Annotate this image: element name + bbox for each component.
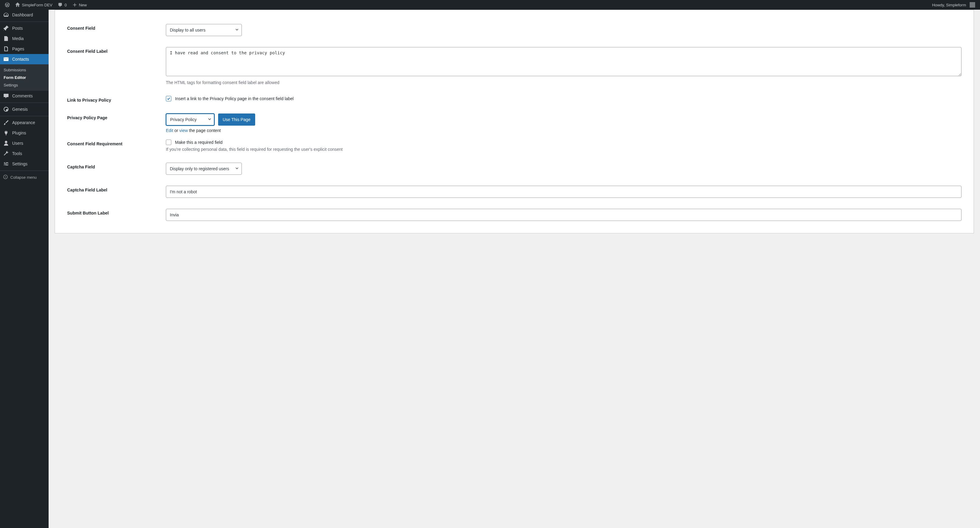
menu-label: Plugins (12, 130, 26, 135)
comment-icon (3, 93, 9, 99)
active-pointer-icon (49, 57, 51, 62)
menu-label: Users (12, 141, 23, 146)
menu-settings[interactable]: Settings (0, 159, 49, 169)
consent-field-label-textarea[interactable]: I have read and consent to the privacy p… (166, 47, 961, 76)
plug-icon (3, 130, 9, 136)
or-text: or (173, 128, 179, 133)
collapse-icon (3, 174, 8, 180)
menu-users[interactable]: Users (0, 138, 49, 148)
use-this-page-button[interactable]: Use This Page (218, 114, 255, 125)
menu-label: Appearance (12, 120, 35, 125)
menu-dashboard[interactable]: Dashboard (0, 10, 49, 20)
menu-label: Tools (12, 151, 22, 156)
consent-field-select[interactable]: Display to all users (166, 24, 242, 36)
site-title-link[interactable]: SimpleForm DEV (13, 0, 55, 10)
menu-label: Media (12, 36, 24, 41)
captcha-label-label: Captcha Field Label (67, 186, 166, 192)
menu-posts[interactable]: Posts (0, 23, 49, 33)
menu-tools[interactable]: Tools (0, 148, 49, 159)
consent-field-label-help: The HTML tags for formatting consent fie… (166, 80, 961, 85)
edit-page-link[interactable]: Edit (166, 128, 173, 133)
menu-genesis[interactable]: Genesis (0, 104, 49, 114)
submit-label-input[interactable] (166, 209, 961, 221)
plus-icon (72, 2, 77, 7)
new-content[interactable]: New (70, 0, 89, 10)
page-icon (3, 46, 9, 52)
collapse-label: Collapse menu (10, 175, 37, 180)
submit-label-label: Submit Button Label (67, 209, 166, 216)
howdy-text: Howdy, Simpleform (932, 3, 966, 7)
captcha-field-select[interactable]: Display only to registered users (166, 163, 242, 175)
avatar-icon (970, 2, 975, 8)
admin-sidebar: Dashboard Posts Media Pages Contacts Sub… (0, 10, 49, 528)
captcha-label-input[interactable] (166, 186, 961, 198)
menu-label: Comments (12, 94, 33, 98)
menu-label: Pages (12, 46, 24, 51)
submenu-submissions[interactable]: Submissions (0, 66, 49, 74)
menu-label: Genesis (12, 107, 28, 112)
content-wrap: Consent Field Display to all users Conse… (49, 10, 980, 528)
comments-bubble[interactable]: 0 (55, 0, 69, 10)
envelope-icon (3, 56, 9, 62)
brush-icon (3, 120, 9, 125)
site-title: SimpleForm DEV (22, 3, 52, 7)
menu-media[interactable]: Media (0, 33, 49, 44)
link-privacy-label: Link to Privacy Policy (67, 96, 166, 103)
comment-icon (58, 2, 62, 7)
consent-field-label-label: Consent Field Label (67, 47, 166, 54)
menu-comments[interactable]: Comments (0, 91, 49, 101)
comments-count: 0 (64, 3, 67, 7)
privacy-page-select[interactable]: Privacy Policy (166, 114, 215, 125)
consent-req-check-label: Make this a required field (175, 140, 223, 145)
wordpress-icon (5, 2, 10, 7)
menu-label: Dashboard (12, 13, 33, 17)
link-privacy-check-label: Insert a link to the Privacy Policy page… (175, 96, 294, 101)
menu-label: Posts (12, 26, 23, 31)
menu-plugins[interactable]: Plugins (0, 128, 49, 138)
wp-logo[interactable] (2, 0, 12, 10)
menu-label: Contacts (12, 57, 29, 62)
submenu-contacts: Submissions Form Editor Settings (0, 64, 49, 91)
media-icon (3, 35, 9, 41)
new-label: New (79, 3, 87, 7)
collapse-menu[interactable]: Collapse menu (0, 172, 49, 183)
view-page-link[interactable]: view (179, 128, 188, 133)
genesis-icon (3, 106, 9, 112)
consent-req-label: Consent Field Requirement (67, 140, 166, 146)
privacy-page-label: Privacy Policy Page (67, 114, 166, 120)
pin-icon (3, 25, 9, 31)
menu-appearance[interactable]: Appearance (0, 117, 49, 128)
form-editor-panel: Consent Field Display to all users Conse… (55, 10, 974, 233)
home-icon (15, 2, 20, 7)
menu-label: Settings (12, 162, 28, 166)
gauge-icon (3, 12, 9, 18)
menu-pages[interactable]: Pages (0, 44, 49, 54)
admin-bar: SimpleForm DEV 0 New Howdy, Simpleform (0, 0, 980, 10)
submenu-form-editor[interactable]: Form Editor (0, 74, 49, 81)
captcha-field-label: Captcha Field (67, 163, 166, 169)
user-icon (3, 140, 9, 146)
link-privacy-checkbox[interactable] (166, 96, 171, 101)
check-icon (167, 97, 170, 100)
consent-field-label: Consent Field (67, 24, 166, 31)
submenu-settings[interactable]: Settings (0, 81, 49, 89)
sliders-icon (3, 161, 9, 167)
consent-req-help: If you're collecting personal data, this… (166, 147, 961, 152)
howdy-account[interactable]: Howdy, Simpleform (929, 0, 978, 10)
wrench-icon (3, 151, 9, 157)
tail-text: the page content (188, 128, 221, 133)
menu-contacts[interactable]: Contacts (0, 54, 49, 64)
consent-req-checkbox[interactable] (166, 140, 171, 145)
